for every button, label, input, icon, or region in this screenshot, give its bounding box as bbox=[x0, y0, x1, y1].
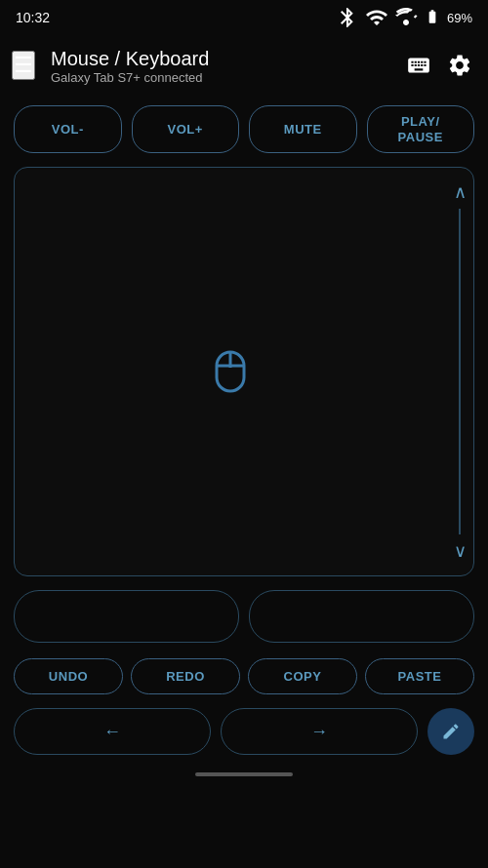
keyboard-button[interactable] bbox=[402, 49, 435, 82]
edit-controls: UNDO REDO COPY PASTE bbox=[0, 652, 488, 700]
vol-plus-button[interactable]: VOL+ bbox=[132, 105, 240, 153]
battery-percent: 69% bbox=[447, 11, 472, 25]
undo-button[interactable]: UNDO bbox=[14, 658, 123, 694]
mouse-cursor-icon bbox=[207, 348, 254, 395]
nav-controls: ← → bbox=[0, 700, 488, 763]
settings-icon bbox=[447, 53, 472, 78]
status-icons: 69% bbox=[336, 6, 472, 29]
battery-icon bbox=[424, 9, 441, 27]
status-bar: 10:32 69% bbox=[0, 0, 488, 35]
scroll-up-button[interactable]: ∧ bbox=[454, 181, 467, 203]
settings-button[interactable] bbox=[443, 49, 476, 82]
keyboard-icon bbox=[406, 53, 431, 78]
header-title-block: Mouse / Keyboard Galaxy Tab S7+ connecte… bbox=[51, 47, 402, 85]
trackpad-area[interactable] bbox=[15, 168, 446, 575]
paste-button[interactable]: PASTE bbox=[365, 658, 474, 694]
scroll-line bbox=[459, 209, 461, 534]
status-time: 10:32 bbox=[16, 10, 50, 25]
bluetooth-icon bbox=[336, 6, 359, 29]
copy-button[interactable]: COPY bbox=[248, 658, 357, 694]
trackpad-container: ∧ ∨ bbox=[14, 167, 474, 576]
play-pause-button[interactable]: PLAY/PAUSE bbox=[367, 105, 475, 153]
header: ☰ Mouse / Keyboard Galaxy Tab S7+ connec… bbox=[0, 35, 488, 96]
menu-button[interactable]: ☰ bbox=[12, 51, 35, 80]
signal-icon bbox=[394, 6, 418, 29]
wifi-icon bbox=[365, 6, 388, 29]
mouse-left-button[interactable] bbox=[14, 590, 239, 643]
scroll-track: ∧ ∨ bbox=[446, 168, 473, 575]
app-title: Mouse / Keyboard bbox=[51, 47, 402, 70]
edit-button[interactable] bbox=[427, 708, 474, 755]
mouse-right-button[interactable] bbox=[249, 590, 474, 643]
pencil-icon bbox=[441, 722, 461, 741]
home-indicator bbox=[195, 772, 293, 776]
vol-minus-button[interactable]: VOL- bbox=[14, 105, 122, 153]
mouse-buttons-row bbox=[0, 580, 488, 652]
mute-button[interactable]: MUTE bbox=[249, 105, 357, 153]
back-button[interactable]: ← bbox=[14, 708, 211, 755]
connection-status: Galaxy Tab S7+ connected bbox=[51, 70, 402, 85]
media-controls: VOL- VOL+ MUTE PLAY/PAUSE bbox=[0, 96, 488, 163]
header-actions bbox=[402, 49, 476, 82]
scroll-down-button[interactable]: ∨ bbox=[454, 540, 467, 562]
forward-button[interactable]: → bbox=[221, 708, 418, 755]
redo-button[interactable]: REDO bbox=[131, 658, 240, 694]
battery-svg bbox=[424, 9, 441, 24]
bottom-indicator bbox=[0, 763, 488, 782]
